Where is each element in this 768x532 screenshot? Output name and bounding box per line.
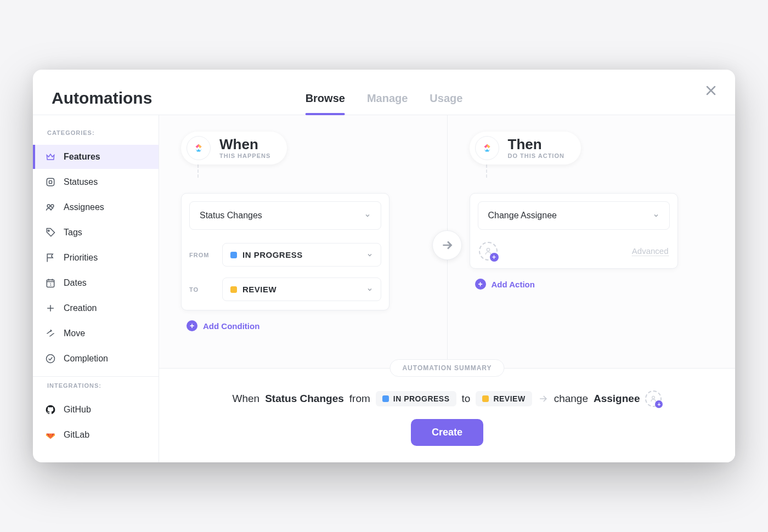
svg-text:1: 1 [49,282,52,286]
svg-point-8 [487,248,489,251]
tab-browse[interactable]: Browse [306,89,345,115]
tab-manage[interactable]: Manage [367,89,408,115]
sidebar-item-statuses[interactable]: Statuses [33,170,159,194]
close-button[interactable] [704,84,719,98]
check-icon [45,353,56,364]
automations-modal: Automations Browse Manage Usage CATEGORI… [33,70,735,462]
sidebar-item-features[interactable]: Features [33,145,159,169]
summary-change-word: change [554,393,588,405]
when-column: When THIS HAPPENS Status Changes FROM [159,115,447,368]
integrations-heading: INTEGRATIONS: [33,382,159,397]
modal-header: Automations Browse Manage Usage [33,70,735,115]
trigger-select[interactable]: Status Changes [189,201,381,230]
svg-point-9 [652,396,655,399]
sidebar-item-label: Tags [64,228,82,237]
when-title: When [219,137,270,151]
sidebar-item-label: Dates [64,278,87,288]
chip-label: IN PROGRESS [393,394,450,403]
action-select[interactable]: Change Assignee [478,201,670,230]
plus-circle-icon: + [475,279,486,290]
tab-usage[interactable]: Usage [430,89,462,115]
add-condition-label: Add Condition [203,321,259,331]
clickup-logo-icon [187,136,211,160]
header-tabs: Browse Manage Usage [306,89,463,115]
flow-arrow [432,230,462,260]
page-title: Automations [52,89,152,107]
from-label: FROM [189,252,214,258]
chevron-down-icon [366,286,373,293]
sidebar-item-label: Assignees [64,202,104,212]
status-dot [230,286,237,293]
sidebar-item-priorities[interactable]: Priorities [33,246,159,270]
summary-trigger: Status Changes [265,393,344,405]
summary-when-word: When [233,393,260,405]
then-column: Then DO THIS ACTION Change Assignee [448,115,736,368]
add-action-label: Add Action [492,280,535,289]
sidebar-item-move[interactable]: Move [33,321,159,346]
from-status-select[interactable]: IN PROGRESS [222,243,381,267]
to-status-label: REVIEW [242,285,361,294]
to-status-select[interactable]: REVIEW [222,278,381,301]
arrow-right-icon [538,393,549,404]
person-icon [650,395,657,403]
close-icon [704,84,718,97]
sidebar-item-assignees[interactable]: Assignees [33,195,159,219]
plus-icon [45,303,56,314]
summary-to-word: to [462,393,471,405]
then-title: Then [508,137,564,151]
clickup-logo-icon [475,136,499,160]
sidebar-item-gitlab[interactable]: GitLab [33,423,159,447]
add-assignee-button[interactable] [479,242,498,261]
sidebar: CATEGORIES: Features Statuses Assignees … [33,115,159,462]
advanced-link[interactable]: Advanced [632,246,669,256]
connector-line [197,165,425,178]
svg-point-4 [48,230,49,231]
status-dot [382,395,389,402]
add-action-button[interactable]: + Add Action [475,279,714,290]
chevron-down-icon [653,212,659,219]
assignee-row: Advanced [470,237,677,261]
summary-from-chip: IN PROGRESS [376,391,456,406]
chevron-down-icon [364,212,371,219]
svg-point-7 [47,355,55,363]
sidebar-divider [33,376,159,377]
tag-icon [45,227,56,238]
svg-rect-1 [49,181,52,184]
svg-point-2 [47,205,50,207]
modal-body: CATEGORIES: Features Statuses Assignees … [33,115,735,462]
categories-heading: CATEGORIES: [33,129,159,144]
to-label: TO [189,286,214,293]
to-row: TO REVIEW [182,272,389,310]
calendar-icon: 1 [45,278,56,288]
sidebar-item-dates[interactable]: 1 Dates [33,271,159,295]
sidebar-item-completion[interactable]: Completion [33,347,159,371]
action-label: Change Assignee [488,211,557,220]
summary-from-word: from [349,393,370,405]
sidebar-item-creation[interactable]: Creation [33,296,159,320]
arrow-right-icon [440,238,454,252]
status-dot [482,395,489,402]
automation-summary: AUTOMATION SUMMARY When Status Changes f… [159,368,735,462]
svg-point-3 [51,205,54,207]
square-icon [45,177,56,188]
automation-canvas: When THIS HAPPENS Status Changes FROM [159,115,735,462]
from-row: FROM IN PROGRESS [182,237,389,272]
sidebar-item-label: Creation [64,303,97,313]
trigger-label: Status Changes [200,211,262,220]
gitlab-icon [45,429,56,440]
svg-rect-0 [47,178,54,185]
status-dot [230,252,237,258]
chevron-down-icon [366,252,373,258]
from-status-label: IN PROGRESS [242,250,361,259]
create-button[interactable]: Create [411,419,483,446]
sidebar-item-github[interactable]: GitHub [33,398,159,422]
sidebar-item-label: GitHub [64,405,91,415]
flag-icon [45,252,56,263]
add-condition-button[interactable]: + Add Condition [187,320,425,331]
sidebar-item-label: Move [64,329,85,338]
sidebar-item-label: Completion [64,354,108,364]
then-subtitle: DO THIS ACTION [508,152,564,159]
when-pill: When THIS HAPPENS [181,132,287,165]
chip-label: REVIEW [493,394,525,403]
sidebar-item-tags[interactable]: Tags [33,220,159,245]
